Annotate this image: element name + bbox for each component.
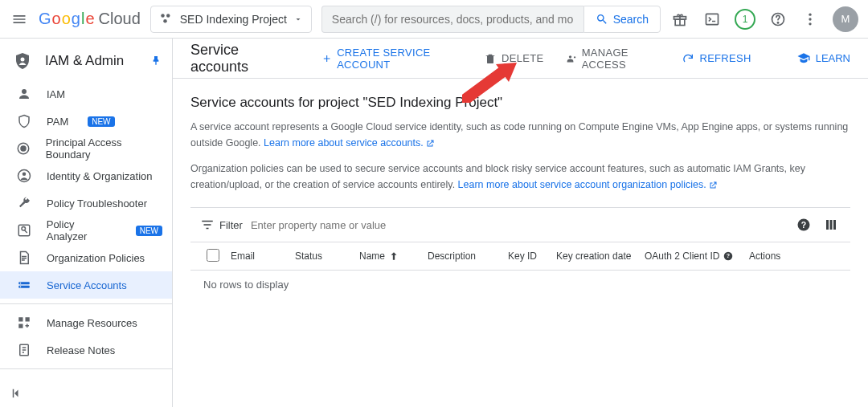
svg-point-7 xyxy=(777,22,778,22)
column-name[interactable]: Name xyxy=(353,250,421,262)
shield-icon xyxy=(16,113,32,129)
search-bar: Search xyxy=(321,6,661,33)
gift-icon[interactable] xyxy=(670,10,690,29)
sidebar-item-identity-organization[interactable]: Identity & Organization xyxy=(0,162,172,189)
svg-point-12 xyxy=(22,89,27,94)
content-heading: Service accounts for project "SED Indexi… xyxy=(190,95,850,111)
search-icon xyxy=(596,13,608,26)
sidebar-item-pam[interactable]: PAMNEW xyxy=(0,108,172,135)
svg-point-9 xyxy=(809,18,811,20)
sidebar-item-label: Identity & Organization xyxy=(47,170,153,182)
sidebar-divider xyxy=(0,368,172,369)
main-toolbar: Service accounts CREATE SERVICE ACCOUNT … xyxy=(173,39,868,79)
pin-icon[interactable] xyxy=(149,55,162,67)
filter-input[interactable] xyxy=(251,219,786,231)
help-icon[interactable] xyxy=(768,10,788,29)
svg-rect-31 xyxy=(830,220,833,230)
column-actions[interactable]: Actions xyxy=(743,250,799,262)
content-description-1: A service account represents a Google Cl… xyxy=(190,119,850,151)
filter-bar: Filter ? xyxy=(190,208,850,242)
sidebar-item-release-notes[interactable]: Release Notes xyxy=(0,336,172,364)
sidebar-item-policy-troubleshooter[interactable]: Policy Troubleshooter xyxy=(0,189,172,217)
learn-more-service-accounts-link[interactable]: Learn more about service accounts. xyxy=(264,137,435,149)
manage-access-button[interactable]: MANAGE ACCESS xyxy=(566,47,659,71)
column-email[interactable]: Email xyxy=(224,250,289,262)
learn-button[interactable]: LEARN xyxy=(796,51,850,66)
learn-more-org-policies-link[interactable]: Learn more about service account organiz… xyxy=(458,179,718,190)
column-keyid[interactable]: Key ID xyxy=(502,250,550,262)
more-icon[interactable] xyxy=(800,10,820,29)
project-name: SED Indexing Project xyxy=(180,13,287,26)
user-icon xyxy=(16,86,32,102)
svg-rect-23 xyxy=(26,317,30,321)
table-header-row: Email Status Name Description Key ID Key… xyxy=(190,242,850,271)
column-display-icon[interactable] xyxy=(821,215,841,234)
sidebar-item-label: Release Notes xyxy=(47,344,115,356)
sidebar-item-label: Policy Analyzer xyxy=(47,218,117,242)
sidebar-item-policy-analyzer[interactable]: Policy AnalyzerNEW xyxy=(0,217,172,244)
svg-point-21 xyxy=(20,287,22,288)
trash-icon xyxy=(484,52,497,65)
search-input[interactable] xyxy=(321,6,583,33)
sidebar-item-organization-policies[interactable]: Organization Policies xyxy=(0,244,172,271)
filter-icon xyxy=(200,218,215,232)
svg-point-1 xyxy=(166,14,170,18)
google-cloud-logo[interactable]: Google Cloud xyxy=(39,10,141,28)
boundary-icon xyxy=(16,140,31,157)
learn-icon xyxy=(796,51,811,66)
sidebar-item-label: Principal Access Boundary xyxy=(46,136,162,161)
search-button[interactable]: Search xyxy=(583,6,661,33)
create-service-account-button[interactable]: CREATE SERVICE ACCOUNT xyxy=(321,47,461,71)
refresh-icon xyxy=(682,52,694,65)
svg-rect-22 xyxy=(18,317,23,321)
service-icon xyxy=(16,277,32,293)
svg-text:?: ? xyxy=(727,253,730,258)
select-all-checkbox[interactable] xyxy=(200,249,224,264)
svg-point-0 xyxy=(161,14,165,18)
svg-rect-24 xyxy=(18,324,23,328)
avatar[interactable]: M xyxy=(833,6,858,32)
svg-point-10 xyxy=(809,22,811,25)
menu-icon[interactable] xyxy=(10,10,29,29)
sidebar-header: IAM & Admin xyxy=(0,45,172,80)
svg-point-14 xyxy=(21,146,26,151)
refresh-button[interactable]: REFRESH xyxy=(682,52,751,65)
svg-point-11 xyxy=(21,58,25,62)
service-accounts-table: Filter ? Email Status Name Description K… xyxy=(190,207,850,299)
sidebar-item-label: Policy Troubleshooter xyxy=(47,197,147,210)
delete-button[interactable]: DELETE xyxy=(484,52,543,65)
sidebar-divider xyxy=(0,303,172,304)
svg-rect-5 xyxy=(706,14,719,24)
notification-badge[interactable]: 1 xyxy=(735,9,755,30)
collapse-sidebar-icon[interactable] xyxy=(10,386,24,401)
notes-icon xyxy=(16,342,32,358)
new-badge: NEW xyxy=(88,116,114,127)
person-add-icon xyxy=(566,52,576,65)
filter-help-icon[interactable]: ? xyxy=(794,215,813,234)
header-actions: 1 M xyxy=(670,6,858,32)
sidebar-item-label: Manage Resources xyxy=(47,317,137,329)
column-key-creation-date[interactable]: Key creation date xyxy=(550,250,638,262)
sidebar-item-label: Service Accounts xyxy=(47,279,127,291)
sidebar-item-manage-resources[interactable]: Manage Resources xyxy=(0,309,172,336)
chevron-down-icon xyxy=(293,14,303,24)
top-header: Google Cloud SED Indexing Project Search… xyxy=(0,0,868,39)
plus-icon xyxy=(321,52,332,65)
sidebar: IAM & Admin IAMPAMNEWPrincipal Access Bo… xyxy=(0,39,173,407)
sidebar-item-iam[interactable]: IAM xyxy=(0,80,172,108)
svg-rect-30 xyxy=(826,220,829,230)
external-link-icon xyxy=(708,181,718,190)
column-status[interactable]: Status xyxy=(289,250,353,262)
column-description[interactable]: Description xyxy=(421,250,502,262)
svg-point-2 xyxy=(163,19,167,23)
analyze-icon xyxy=(16,222,32,238)
project-picker[interactable]: SED Indexing Project xyxy=(150,6,312,33)
terminal-icon[interactable] xyxy=(702,10,722,29)
column-oauth[interactable]: OAuth 2 Client ID? xyxy=(638,250,743,262)
no-rows-message: No rows to display xyxy=(190,271,850,299)
sidebar-item-principal-access-boundary[interactable]: Principal Access Boundary xyxy=(0,135,172,162)
wrench-icon xyxy=(16,195,32,211)
sidebar-item-service-accounts[interactable]: Service Accounts xyxy=(0,271,172,299)
external-link-icon xyxy=(425,139,435,149)
sidebar-item-label: IAM xyxy=(47,88,65,100)
